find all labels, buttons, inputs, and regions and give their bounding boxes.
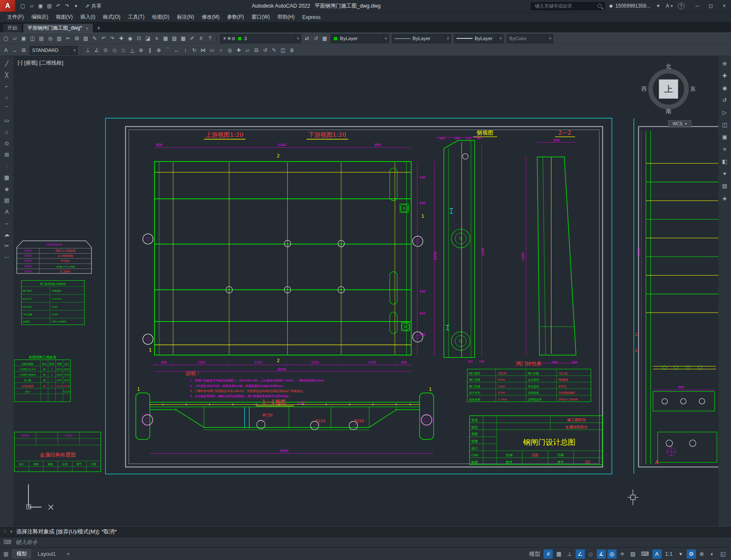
layer-states-icon[interactable]: ▩ xyxy=(321,34,329,43)
dim-style-manager-icon[interactable]: ≣ xyxy=(288,46,296,54)
menu-item[interactable]: Express xyxy=(299,12,324,22)
zoom-window-icon[interactable]: ⊡ xyxy=(135,34,143,43)
menu-item[interactable]: 插入(I) xyxy=(76,12,99,22)
object-snap-icon[interactable]: ◎ xyxy=(607,549,617,559)
dimension-icon[interactable]: ↔ xyxy=(2,219,11,227)
command-grip-handle[interactable]: ⠿ xyxy=(3,529,6,534)
tool-palettes-icon[interactable]: ▧ xyxy=(170,34,179,43)
menu-item[interactable]: 格式(O) xyxy=(99,12,124,22)
menu-item[interactable]: 标注(N) xyxy=(173,12,198,22)
copy-icon[interactable]: ⊞ xyxy=(73,34,81,43)
snap-tangent-icon[interactable]: ⌒ xyxy=(163,46,172,54)
designcenter-icon[interactable]: ▦ xyxy=(161,34,170,43)
properties-panel-icon[interactable]: ◈ xyxy=(720,194,729,202)
polyline-icon[interactable]: ⌐ xyxy=(2,82,11,90)
quick-dim-icon[interactable]: ⊟ xyxy=(252,46,261,54)
wcs-dropdown[interactable]: WCS ▾ xyxy=(668,120,691,127)
line-icon[interactable]: ╱ xyxy=(2,60,11,68)
markup-icon[interactable]: ✐ xyxy=(188,34,196,43)
layer-lock-icon[interactable]: ⊘ xyxy=(231,36,235,41)
dim-aligned-icon[interactable]: ↕ xyxy=(181,46,190,54)
dim-diameter-icon[interactable]: ◎ xyxy=(226,46,234,54)
dim-radius-icon[interactable]: ○ xyxy=(217,46,225,54)
color-dropdown-arrow-icon[interactable]: ▾ xyxy=(383,35,389,43)
dim-continue-icon[interactable]: ⋈ xyxy=(199,46,207,54)
viewcube-top-face[interactable]: 上 xyxy=(659,79,678,99)
snap-mode-icon[interactable]: ▦ xyxy=(554,549,563,559)
model-space-canvas[interactable]: 上游视图1:20下游视图1:20侧视图2—21—1视图1:20说明：1、本闸门为… xyxy=(14,56,718,526)
pan-tool-icon[interactable]: ✚ xyxy=(720,72,729,80)
qat-plot-icon[interactable]: ▤ xyxy=(45,2,54,10)
grid-display-icon[interactable]: # xyxy=(543,549,553,559)
qat-redo-icon[interactable]: ↷ xyxy=(63,2,71,10)
model-paper-toggle[interactable]: 模型 xyxy=(527,549,542,559)
layer-dropdown[interactable]: ☀❄⊘ 3 ▾ xyxy=(220,34,301,43)
snap-node-icon[interactable]: ⊗ xyxy=(155,46,163,54)
redo-icon[interactable]: ↷ xyxy=(108,34,117,43)
revision-cloud-icon[interactable]: ☁ xyxy=(2,230,11,238)
search-input[interactable] xyxy=(534,3,595,9)
snap-nearest-icon[interactable]: △ xyxy=(128,46,136,54)
viewcube-compass[interactable]: 北 南 西 东 上 xyxy=(643,64,694,114)
annotation-monitor-icon[interactable]: ⊕ xyxy=(697,549,707,559)
text-style-icon[interactable]: A xyxy=(2,46,10,54)
trim-icon[interactable]: ✂ xyxy=(2,242,11,250)
snap-insertion-icon[interactable]: ⊕ xyxy=(137,46,145,54)
snap-angle-icon[interactable]: ∠ xyxy=(92,46,101,54)
visual-styles-icon[interactable]: ◧ xyxy=(720,157,729,165)
lineweight-dropdown[interactable]: ByLayer ▾ xyxy=(454,34,504,43)
compass-north-label[interactable]: 北 xyxy=(666,63,671,70)
navigation-wheel-icon[interactable]: ⊕ xyxy=(720,60,729,68)
snap-midpoint-icon[interactable]: ◇ xyxy=(110,46,119,54)
menu-item[interactable]: 参数(P) xyxy=(223,12,248,22)
isolate-objects-icon[interactable]: ◐ xyxy=(708,549,717,559)
snap-center-icon[interactable]: ⊙ xyxy=(101,46,110,54)
sheet-set-manager-icon[interactable]: ▩ xyxy=(179,34,188,43)
minimize-button[interactable]: ─ xyxy=(690,0,704,12)
text-icon[interactable]: A xyxy=(2,208,11,216)
multileader-icon[interactable]: ▱ xyxy=(243,46,252,54)
dim-text-edit-icon[interactable]: ✎ xyxy=(270,46,278,54)
maximize-button[interactable]: ◻ xyxy=(704,0,717,12)
dim-linear-icon[interactable]: ↔ xyxy=(172,46,181,54)
menu-item[interactable]: 窗口(W) xyxy=(248,12,274,22)
named-views-icon[interactable]: ▣ xyxy=(720,133,729,141)
isodraft-icon[interactable]: ◇ xyxy=(586,549,595,559)
compass-west-label[interactable]: 西 xyxy=(641,85,647,93)
layer-dropdown-arrow-icon[interactable]: ▾ xyxy=(295,35,301,43)
clean-screen-icon[interactable]: ◱ xyxy=(718,549,728,559)
layout1-tab[interactable]: Layout1 xyxy=(33,550,60,558)
layer-previous-icon[interactable]: ↺ xyxy=(312,34,320,43)
dim-angular-icon[interactable]: ↻ xyxy=(190,46,198,54)
search-box[interactable] xyxy=(531,2,605,10)
more-tools-icon[interactable]: ⋯ xyxy=(2,253,11,261)
command-input[interactable] xyxy=(15,538,731,546)
linetype-dropdown[interactable]: ByLayer ▾ xyxy=(392,34,451,43)
new-icon[interactable]: ▢ xyxy=(2,34,10,43)
ortho-mode-icon[interactable]: ⊥ xyxy=(565,549,574,559)
region-icon[interactable]: ◈ xyxy=(2,185,11,193)
properties-icon[interactable]: ≡ xyxy=(152,34,161,43)
menu-item[interactable]: 视图(V) xyxy=(52,12,76,22)
menu-item[interactable]: 工具(T) xyxy=(124,12,148,22)
color-dropdown[interactable]: ByLayer ▾ xyxy=(331,34,389,43)
navbar-menu-icon[interactable]: ≡ xyxy=(720,145,729,153)
app-store-icon[interactable]: ✦ xyxy=(654,2,662,10)
layer-panel-icon[interactable]: ▤ xyxy=(720,182,729,190)
table-icon[interactable]: ▤ xyxy=(2,196,11,204)
snap-endpoint-icon[interactable]: □ xyxy=(119,46,128,54)
layer-freeze-icon[interactable]: ❄ xyxy=(227,36,231,41)
showmotion-icon[interactable]: ▷ xyxy=(720,108,729,116)
dynamic-input-icon[interactable]: ⌨ xyxy=(639,549,651,559)
qat-undo-icon[interactable]: ↶ xyxy=(54,2,63,10)
layout-grid-icon[interactable]: ▦ xyxy=(3,551,8,557)
ellipse-icon[interactable]: ⊙ xyxy=(2,139,11,147)
command-close-icon[interactable]: × xyxy=(10,529,13,535)
menu-item[interactable]: 编辑(E) xyxy=(27,12,52,22)
help-icon[interactable]: ? xyxy=(678,3,685,9)
layer-on-icon[interactable]: ☀ xyxy=(223,36,227,41)
viewport-view-control[interactable]: [俯视] xyxy=(24,60,38,67)
point-icon[interactable]: ∙ xyxy=(2,162,11,170)
layer-match-icon[interactable]: ⇄ xyxy=(303,34,311,43)
insert-block-icon[interactable]: ⊞ xyxy=(2,151,11,159)
